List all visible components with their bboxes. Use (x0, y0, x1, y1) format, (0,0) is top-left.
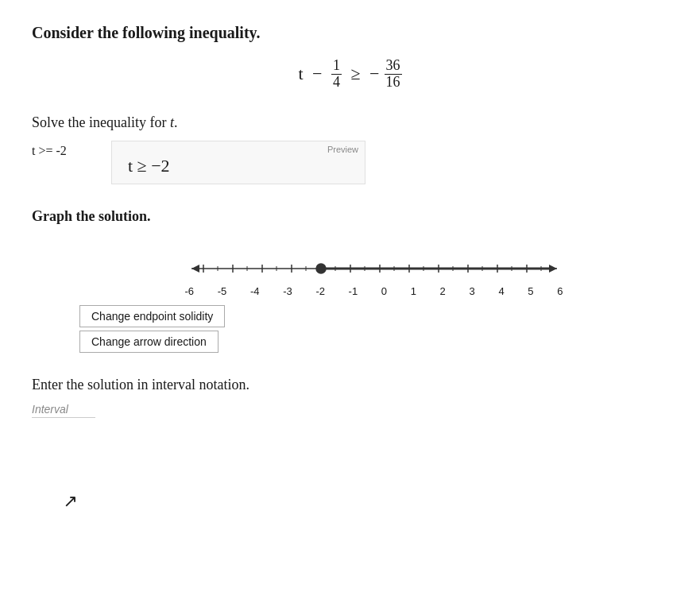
cursor-icon: ↖ (64, 491, 78, 512)
label-4: 4 (498, 285, 504, 297)
eq-minus2: − (369, 64, 379, 84)
eq-frac2-num: 36 (385, 58, 402, 75)
interval-section: Enter the solution in interval notation.… (32, 377, 668, 418)
answer-row: t >= -2 Preview t ≥ −2 (32, 141, 668, 184)
label-3: 3 (469, 285, 474, 297)
eq-frac1-num: 1 (331, 58, 342, 75)
solve-var: t (170, 114, 174, 130)
number-line-container: -6 -5 -4 -3 -2 -1 0 1 2 3 4 5 6 (79, 257, 668, 297)
page-title: Consider the following inequality. (32, 24, 668, 42)
number-line-svg[interactable] (184, 257, 565, 280)
number-line-wrapper[interactable] (184, 257, 565, 280)
preview-math: t ≥ −2 (128, 156, 349, 176)
eq-frac2-den: 16 (385, 75, 402, 91)
solve-section: Solve the inequality for t. t >= -2 Prev… (32, 114, 668, 184)
number-line-labels: -6 -5 -4 -3 -2 -1 0 1 2 3 4 5 6 (184, 285, 565, 297)
eq-frac1: 1 4 (331, 58, 342, 91)
page: Consider the following inequality. t − 1… (0, 0, 700, 615)
graph-label: Graph the solution. (32, 208, 668, 225)
preview-box: Preview t ≥ −2 (111, 141, 365, 184)
interval-input-row: Interval (32, 403, 668, 418)
eq-frac1-den: 4 (331, 75, 342, 91)
label--6: -6 (185, 285, 195, 297)
eq-frac2: 36 16 (385, 58, 402, 91)
answer-input[interactable]: t >= -2 (32, 141, 95, 158)
label-0: 0 (381, 285, 387, 297)
svg-marker-1 (191, 265, 199, 273)
solve-label: Solve the inequality for t. (32, 114, 668, 131)
eq-ineq: ≥ (346, 64, 365, 84)
math-equation: t − 1 4 ≥ − 36 16 (32, 58, 668, 91)
equation-display: t − 1 4 ≥ − 36 16 (298, 58, 401, 91)
label--4: -4 (250, 285, 260, 297)
interval-input-placeholder[interactable]: Interval (32, 403, 95, 418)
label-5: 5 (528, 285, 533, 297)
label-1: 1 (411, 285, 416, 297)
graph-section: Graph the solution. ↖ (32, 208, 668, 353)
change-arrow-button[interactable]: Change arrow direction (79, 331, 219, 353)
preview-label: Preview (327, 145, 358, 154)
buttons-container: Change endpoint solidity Change arrow di… (79, 305, 668, 353)
label--3: -3 (283, 285, 292, 297)
change-endpoint-button[interactable]: Change endpoint solidity (79, 305, 225, 327)
interval-label: Enter the solution in interval notation. (32, 377, 668, 393)
label-2: 2 (440, 285, 446, 297)
eq-var: t (298, 64, 303, 84)
label--1: -1 (349, 285, 358, 297)
label-6: 6 (557, 285, 563, 297)
label--2: -2 (315, 285, 325, 297)
eq-minus1: − (308, 64, 327, 84)
label--5: -5 (218, 285, 227, 297)
